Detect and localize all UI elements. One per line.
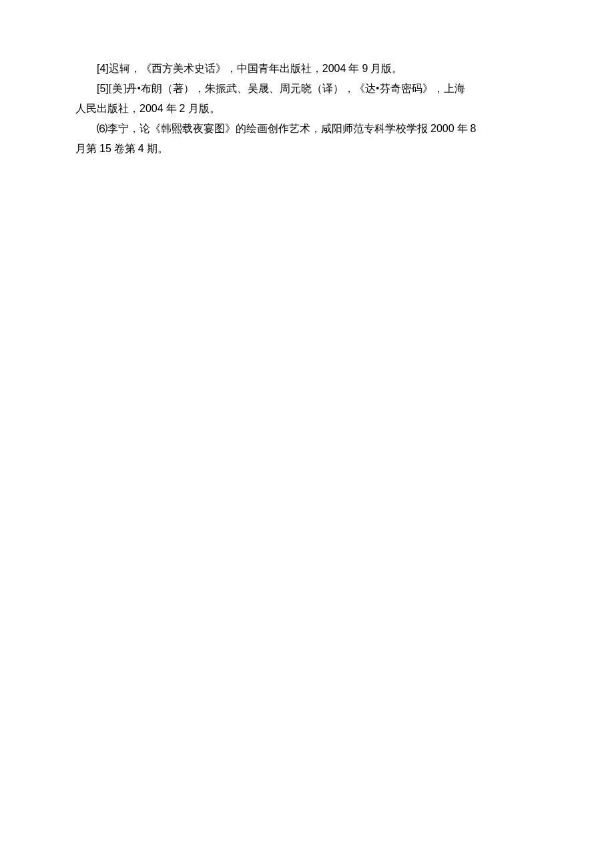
- reference-author-prefix: [美]丹•布朗（著），朱振武、吴晟、周元晓（译），《达•芬奇密码》，上海: [109, 83, 465, 94]
- citation-marker: [4]: [97, 63, 109, 74]
- reference-author: 迟轲，: [109, 63, 141, 74]
- reference-month-suffix: 月版。: [186, 103, 220, 114]
- reference-year-suffix: 年: [164, 103, 180, 114]
- reference-item-4: [4]迟轲，《西方美术史话》，中国青年出版社，2004 年 9 月版。: [75, 59, 539, 79]
- document-content: [4]迟轲，《西方美术史话》，中国青年出版社，2004 年 9 月版。 [5][…: [75, 59, 539, 159]
- reference-year: 2004: [322, 63, 346, 74]
- reference-continuation: 人民出版社，: [75, 103, 139, 114]
- reference-year: 2000: [430, 123, 454, 134]
- reference-author: 李宁，论《韩熙载夜宴图》的绘画创作艺术，咸阳师范专科学校学报: [107, 123, 430, 134]
- reference-volume-suffix: 卷第: [111, 143, 138, 154]
- reference-month: 8: [471, 123, 477, 134]
- reference-volume: 15: [99, 143, 111, 154]
- reference-publisher: ，中国青年出版社，: [226, 63, 322, 74]
- reference-title: 《西方美术史话》: [141, 63, 226, 74]
- reference-item-6: ⑹李宁，论《韩熙载夜宴图》的绘画创作艺术，咸阳师范专科学校学报 2000 年 8…: [75, 119, 539, 159]
- reference-month-suffix: 月版。: [368, 63, 402, 74]
- reference-continuation-prefix: 月第: [75, 143, 99, 154]
- reference-year-suffix: 年: [346, 63, 362, 74]
- reference-year: 2004: [139, 103, 164, 114]
- reference-issue: 4: [138, 143, 144, 154]
- reference-item-5: [5][美]丹•布朗（著），朱振武、吴晟、周元晓（译），《达•芬奇密码》，上海 …: [75, 79, 539, 119]
- citation-marker: ⑹: [97, 123, 107, 134]
- reference-month: 2: [180, 103, 186, 114]
- citation-marker: [5]: [97, 83, 109, 94]
- reference-year-suffix: 年: [454, 123, 471, 134]
- reference-issue-suffix: 期。: [144, 143, 168, 154]
- reference-month: 9: [362, 63, 368, 74]
